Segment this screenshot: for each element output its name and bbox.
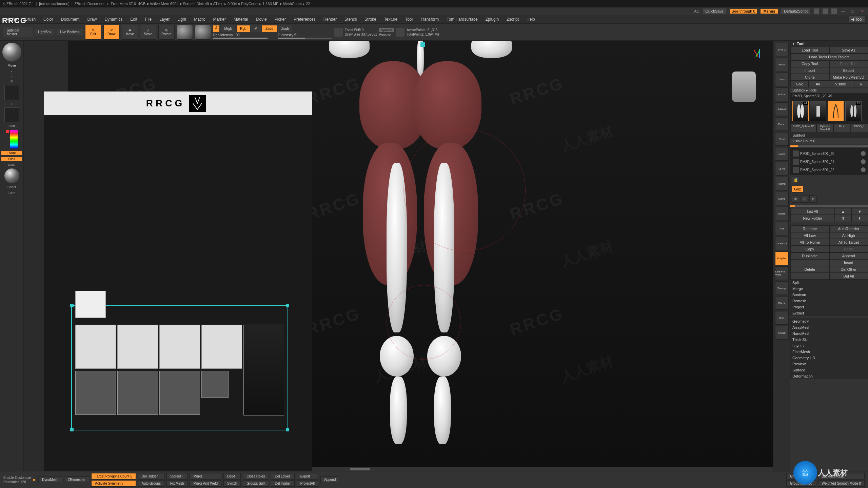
switch-color[interactable] <box>6 130 9 133</box>
eye-icon[interactable] <box>861 151 866 156</box>
visiblecount-slider[interactable] <box>790 145 868 147</box>
spix-button[interactable]: SPix 3 <box>775 43 789 56</box>
insert-button[interactable]: Insert <box>829 259 868 266</box>
makepolymesh-button[interactable]: Make PolyMesh3D <box>829 74 868 81</box>
polypaint-button[interactable]: PolyPnt <box>775 251 789 265</box>
move-view-button[interactable]: Move <box>775 192 789 205</box>
focalshift-label[interactable]: Focal Shift 0 <box>345 28 377 32</box>
down-arrow-button[interactable]: ▼ <box>851 208 868 215</box>
solo-button[interactable]: Solo <box>775 311 789 325</box>
reference-panel[interactable]: RRCG <box>44 92 312 471</box>
menu-draw[interactable]: Draw <box>84 16 100 23</box>
loadtoolsproject-button[interactable]: Load Tools From Project <box>790 54 868 60</box>
xpose-button[interactable]: Xpose <box>775 326 789 340</box>
visiblecount-label[interactable]: Visible Count 6 <box>790 138 868 144</box>
closeholes-button[interactable]: Close Holes <box>243 473 269 480</box>
menu-tomhardsurface[interactable]: Tom Hardsurface <box>443 16 481 23</box>
dynamic-button[interactable]: Dynamic <box>379 28 394 32</box>
targetpoly-slider[interactable]: Target Polygons Count 5 <box>91 473 136 480</box>
m-button[interactable]: M <box>251 25 261 32</box>
goz-button[interactable]: GoZ <box>790 81 809 87</box>
switch-button[interactable]: Switch <box>223 480 241 487</box>
panel-icon[interactable] <box>831 8 837 14</box>
menu-marker[interactable]: Marker <box>210 16 229 23</box>
eye-icon[interactable] <box>861 167 866 172</box>
subtool-item[interactable]: PM3D_Sphere3D1_20 <box>792 149 867 158</box>
menu-zplugin[interactable]: Zplugin <box>482 16 502 23</box>
up-button[interactable]: ⬆ <box>835 215 851 222</box>
split-section[interactable]: Split <box>790 280 868 286</box>
close-button[interactable]: ✕ <box>859 9 865 14</box>
autoreorder-button[interactable]: AutoReorder <box>829 225 868 232</box>
scale-view-button[interactable]: Scale <box>775 207 789 220</box>
maximize-button[interactable]: □ <box>850 9 856 13</box>
lock-icon[interactable]: 🔒 <box>792 177 800 183</box>
menu-help[interactable]: Help <box>523 16 538 23</box>
delhidden-button[interactable]: Del Hidden <box>138 473 164 480</box>
tool-thumbnail[interactable]: 13 <box>845 101 862 121</box>
lightbox-button[interactable]: LightBox <box>35 29 55 35</box>
tool-thumbnail[interactable] <box>810 101 826 121</box>
layout-icon[interactable] <box>823 8 828 14</box>
alllow-button[interactable]: All Low <box>790 232 829 239</box>
menu-material[interactable]: Material <box>230 16 252 23</box>
subtool-section[interactable]: Subtool <box>790 132 868 138</box>
project-section[interactable]: Project <box>790 304 868 310</box>
resolution-slider[interactable]: Resolution 128 <box>3 480 31 484</box>
remesh-section[interactable]: Remesh <box>790 298 868 304</box>
append-bottom-button[interactable]: Append <box>320 476 339 483</box>
rename-button[interactable]: Rename <box>790 225 829 232</box>
silho-button[interactable]: Silho <box>1 157 22 161</box>
thamp-button[interactable]: Thamp <box>1 151 22 155</box>
scale-mode-button[interactable]: ⤢Scale <box>140 25 156 40</box>
alltohome-button[interactable]: All To Home <box>790 239 829 246</box>
local-button[interactable]: Local <box>775 147 789 161</box>
nav-cube[interactable] <box>722 48 763 116</box>
dynamesh-button[interactable]: DynaMesh <box>38 476 62 483</box>
menu-macro[interactable]: Macro <box>191 16 209 23</box>
groupssplit-button[interactable]: Groups Split <box>243 480 269 487</box>
mrgb-button[interactable]: Mrgb <box>221 25 235 32</box>
delete-button[interactable]: Delete <box>790 266 829 273</box>
saveas-button[interactable]: Save As <box>829 47 868 54</box>
quicksave-button[interactable]: QuickSave <box>703 8 726 14</box>
menu-tool[interactable]: Tool <box>402 16 416 23</box>
frame-button[interactable]: Frame <box>775 177 789 190</box>
reference-image[interactable] <box>117 371 158 415</box>
transp-button[interactable]: Transp <box>775 281 789 295</box>
subtool-item[interactable]: PM3D_Sphere3D1_22 <box>792 166 867 174</box>
remove-button[interactable]: Remove <box>379 33 394 36</box>
thickskin-section[interactable]: Thick Skin <box>790 337 868 343</box>
menu-dynamics[interactable]: Dynamics <box>101 16 126 23</box>
loadtool-button[interactable]: Load Tool <box>790 47 829 54</box>
reference-image[interactable] <box>159 371 200 415</box>
mirror-button[interactable]: Mirror <box>190 473 221 480</box>
up-arrow-button[interactable]: ▲ <box>835 208 851 215</box>
rgb-button[interactable]: Rgb <box>237 25 250 32</box>
goz-small-button[interactable]: Goz <box>792 186 803 192</box>
clone-button[interactable]: Clone <box>790 74 829 81</box>
alltotarget-button[interactable]: All To Target <box>829 239 868 246</box>
extract-section[interactable]: Extract <box>790 310 868 316</box>
nanomesh-section[interactable]: NanoMesh <box>790 330 868 337</box>
brush-preview[interactable] <box>2 43 21 62</box>
aahalf-button[interactable]: AAHalf <box>775 102 789 116</box>
rgbintensity-slider[interactable]: Rgb Intensity 100 <box>213 33 268 39</box>
grid-icon[interactable] <box>814 8 819 14</box>
lightbox-tools-label[interactable]: Lightbox ▸ Tools <box>790 87 868 93</box>
subtool-scroll[interactable] <box>790 205 868 207</box>
reference-selection[interactable] <box>71 305 288 430</box>
actual-button[interactable]: Actual <box>775 87 789 101</box>
draw3d-button[interactable]: Draw3D <box>775 237 789 250</box>
geometry-section[interactable]: Geometry <box>790 318 868 324</box>
texture-slot[interactable] <box>4 107 19 122</box>
goz-r-button[interactable]: R <box>854 81 868 87</box>
goz-visible-button[interactable]: Visible <box>827 81 854 87</box>
subtoolmaster-button[interactable]: SubTool Master <box>3 27 33 37</box>
down-button[interactable]: ⬇ <box>851 215 868 222</box>
menu-preferences[interactable]: Preferences <box>290 16 319 23</box>
gizmo-handle[interactable] <box>420 42 425 47</box>
tool-panel-title[interactable]: Tool <box>790 41 868 47</box>
mirrorweld-button[interactable]: Mirror And Weld <box>190 480 221 487</box>
delother-button[interactable]: Del Other <box>829 266 868 273</box>
